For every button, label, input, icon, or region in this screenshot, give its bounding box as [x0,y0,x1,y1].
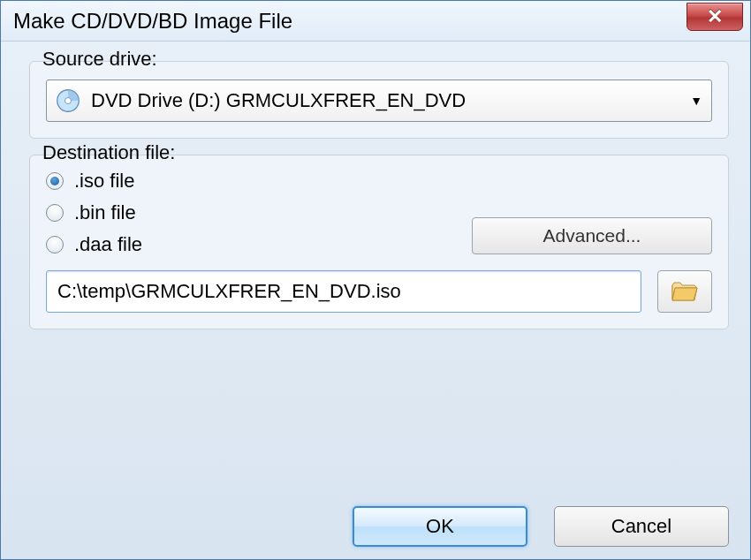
destination-file-group: Destination file: .iso file .bin file .d… [29,155,729,329]
cancel-button-label: Cancel [611,515,671,538]
source-drive-legend: Source drive: [39,48,161,71]
source-drive-dropdown[interactable]: DVD Drive (D:) GRMCULXFRER_EN_DVD ▼ [46,79,712,122]
browse-button[interactable] [657,270,712,313]
close-icon: ✕ [707,5,723,28]
radio-bin-label: .bin file [74,201,136,224]
folder-icon [671,281,698,302]
ok-button[interactable]: OK [353,506,527,547]
radio-daa-label: .daa file [74,233,142,256]
destination-path-input[interactable] [46,270,641,313]
advanced-button[interactable]: Advanced... [472,217,712,254]
advanced-button-label: Advanced... [543,225,641,246]
dialog-buttons: OK Cancel [353,506,729,547]
radio-daa[interactable]: .daa file [46,233,472,256]
dialog-window: Make CD/DVD/BD Image File ✕ Source drive… [0,0,751,560]
radio-iso[interactable]: .iso file [46,170,472,193]
source-drive-group: Source drive: DVD Drive (D:) GRMCULXFRER… [29,61,729,139]
source-drive-selected: DVD Drive (D:) GRMCULXFRER_EN_DVD [91,89,690,112]
window-title: Make CD/DVD/BD Image File [13,9,292,34]
radio-bin[interactable]: .bin file [46,201,472,224]
destination-file-legend: Destination file: [39,141,178,164]
radio-iso-label: .iso file [74,170,134,193]
titlebar: Make CD/DVD/BD Image File ✕ [1,1,750,42]
chevron-down-icon: ▼ [690,94,702,108]
cancel-button[interactable]: Cancel [554,506,729,547]
close-button[interactable]: ✕ [687,3,743,31]
radio-daa-input[interactable] [46,236,64,254]
svg-point-1 [65,98,72,104]
disc-drive-icon [56,88,80,113]
dialog-content: Source drive: DVD Drive (D:) GRMCULXFRER… [1,42,750,356]
radio-iso-input[interactable] [46,172,64,190]
ok-button-label: OK [426,515,454,538]
radio-bin-input[interactable] [46,204,64,222]
